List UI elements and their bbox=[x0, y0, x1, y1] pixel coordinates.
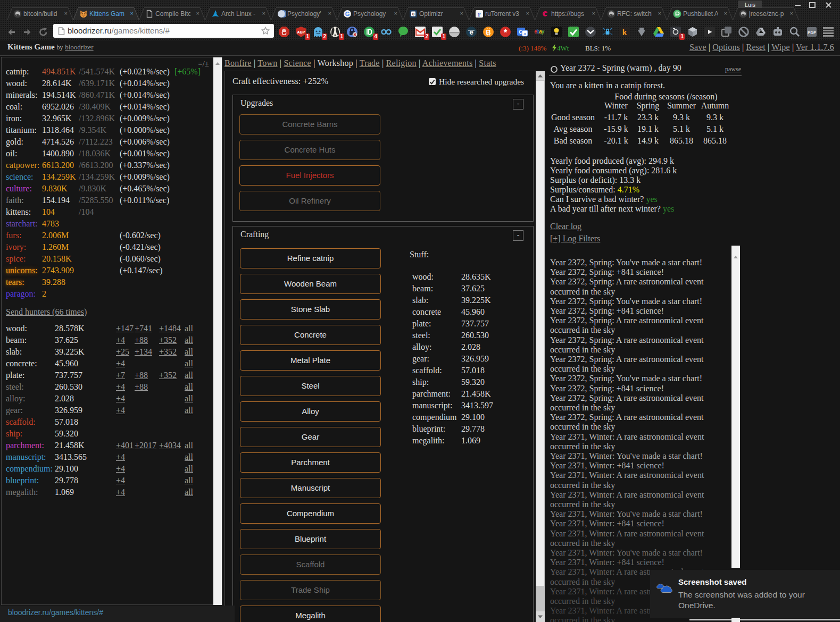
svg-text:G: G bbox=[345, 11, 350, 17]
svg-text:y: y bbox=[542, 29, 545, 35]
svg-text:PDF: PDF bbox=[808, 30, 816, 35]
svg-text:e: e bbox=[469, 28, 473, 36]
svg-text:r: r bbox=[478, 11, 481, 18]
svg-text:0: 0 bbox=[412, 12, 415, 16]
svg-text:B: B bbox=[486, 28, 490, 36]
svg-text:k: k bbox=[622, 28, 627, 37]
svg-text:ABP: ABP bbox=[297, 30, 305, 34]
svg-text:a: a bbox=[523, 31, 526, 36]
svg-text:*: * bbox=[504, 28, 508, 37]
